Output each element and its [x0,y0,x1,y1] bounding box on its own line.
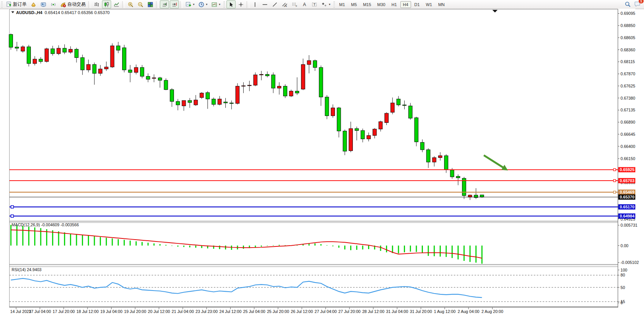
chart-background [9,9,635,324]
hline-handle[interactable] [11,206,14,208]
community-button[interactable] [39,0,48,8]
toolbar-grip[interactable] [1,2,3,8]
candle-body-up [242,86,245,86]
candle-body-down [283,86,287,96]
candlestick-mode-button[interactable] [102,0,111,8]
candle-body-down [337,108,341,131]
fibonacci-tool-button[interactable]: F [290,0,299,8]
rsi-axis-label: 80 [620,273,625,277]
price-tick-label: 0.67870 [620,71,635,76]
rsi-axis-label: 0 [620,300,623,305]
timeframe-button-w1[interactable]: W1 [423,1,435,8]
candle-body-down [146,76,150,79]
price-line-label: 0.65925 [620,167,634,172]
chart-canvas[interactable]: 0.0057310.00-0.005102 1008050150 0.69095… [0,9,644,324]
timeframe-group: M1M5M15M30H1H4D1W1MN [336,1,448,8]
candle-body-up [194,100,198,105]
candle-body-down [128,70,132,72]
toolbar-grip[interactable] [333,2,335,8]
candle-body-down [164,80,168,90]
toolbar-separator [247,1,249,8]
signals-icon [50,2,56,8]
notifications-button[interactable]: 1 [634,1,641,8]
time-tick-label: 27 Jul 04:00 [315,309,337,314]
timeframe-button-m5[interactable]: M5 [348,1,359,8]
candle-body-up [373,129,376,135]
bar-chart-mode-button[interactable] [92,0,101,8]
timeframe-button-m15[interactable]: M15 [360,1,374,8]
new-chart-button[interactable]: ▾ [184,0,196,8]
toolbar-grip[interactable] [223,2,225,8]
rsi-axis-label: 50 [620,285,625,290]
candlestick-icon [104,2,110,8]
arrows-tool-button[interactable]: ▾ [320,0,332,8]
auto-scroll-button[interactable] [160,0,169,8]
candle-body-up [307,60,311,64]
rsi-label: RSI(14) 24.9403 [12,267,41,272]
timeframe-button-mn[interactable]: MN [435,1,447,8]
signals-button[interactable] [49,0,58,8]
trendline-tool-button[interactable] [270,0,279,8]
timeframe-button-d1[interactable]: D1 [412,1,422,8]
chart-ohlc-readout: 0.65414 0.65417 0.65356 0.65370 [45,10,110,15]
line-chart-mode-button[interactable] [112,0,121,8]
price-tick-label: 0.66645 [620,132,635,137]
zoom-out-button[interactable] [136,0,145,8]
zoom-in-button[interactable] [126,0,135,8]
trading-app-window: 新订单 自动交易 [0,0,644,324]
price-tick-label: 0.67380 [620,96,635,100]
community-icon [40,2,46,8]
chart-shift-button[interactable] [170,0,179,8]
candle-body-down [355,129,359,130]
main-toolbar: 新订单 自动交易 [0,0,644,9]
text-tool-button[interactable]: A [300,0,309,8]
candle-body-down [450,170,454,177]
market-button[interactable] [29,0,38,8]
price-line-label: 0.65370 [620,195,634,199]
timeframe-button-m1[interactable]: M1 [336,1,348,8]
text-label-tool-button[interactable]: T [310,0,319,8]
cursor-tool-button[interactable] [226,0,236,8]
timeframe-button-m30[interactable]: M30 [375,1,388,8]
candle-body-up [182,100,186,106]
candle-body-down [9,35,13,48]
hline-handle[interactable] [614,179,616,182]
candle-body-up [260,75,263,75]
candle-body-up [468,195,472,197]
timeframe-button-h1[interactable]: H1 [389,1,399,8]
new-order-button[interactable]: 新订单 [4,0,28,8]
period-button[interactable]: ▾ [197,0,209,8]
candle-body-up [247,85,251,86]
hline-handle[interactable] [614,168,616,171]
hline-handle[interactable] [614,191,616,193]
timeframe-button-h4[interactable]: H4 [400,1,411,8]
market-icon [30,2,37,8]
candle-body-down [397,99,400,105]
candle-body-up [99,69,102,73]
autotrading-button[interactable]: 自动交易 [59,0,87,8]
candle-body-down [140,67,144,76]
tile-windows-button[interactable] [146,0,155,8]
hline-handle[interactable] [11,215,14,218]
candle-body-up [69,49,72,52]
candle-body-up [301,65,305,89]
price-tick-label: 0.66150 [620,156,635,161]
time-tick-label: 27 Jul 20:00 [338,309,360,314]
candle-body-up [385,113,389,123]
indicators-button[interactable]: ▾ [210,0,222,8]
time-tick-label: 17 Jul 04:00 [29,309,51,314]
line-chart-icon [113,2,120,8]
crosshair-tool-button[interactable] [236,0,245,8]
horizontal-line-tool-button[interactable] [260,0,269,8]
panel-splitter[interactable] [10,221,618,222]
candle-body-down [403,105,406,105]
vertical-line-tool-button[interactable] [250,0,260,8]
search-icon[interactable] [625,1,631,8]
horizontal-line-icon [262,2,268,8]
candle-body-down [15,47,19,48]
candle-body-down [230,103,233,103]
new-order-icon [6,2,12,8]
candle-body-up [253,75,257,85]
panel-splitter[interactable] [10,265,618,267]
equidistant-channel-tool-button[interactable]: E [280,0,289,8]
